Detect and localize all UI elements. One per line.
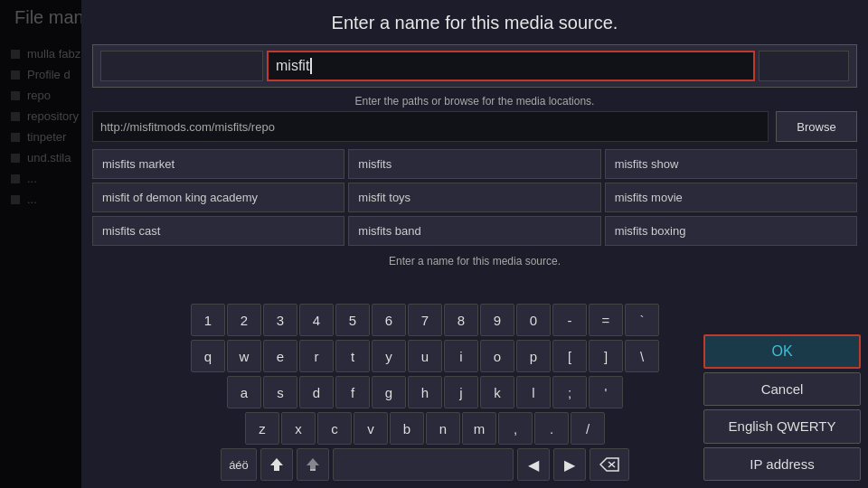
keyboard-bottom-row: áéö ◀ ▶ xyxy=(89,448,761,481)
key-\[interactable]: \ xyxy=(625,340,659,372)
key-=[interactable]: = xyxy=(589,304,623,336)
keyboard-rows: 1234567890-=`qwertyuiop[]\asdfghjkl;'zxc… xyxy=(89,304,761,445)
sub-label: Enter a name for this media source. xyxy=(81,251,868,271)
name-input-area: misfit xyxy=(92,44,857,88)
path-label: Enter the paths or browse for the media … xyxy=(81,88,868,111)
media-source-dialog: Enter a name for this media source. misf… xyxy=(81,0,868,488)
key-q[interactable]: q xyxy=(191,340,225,372)
suggestion-item-4[interactable]: misfit toys xyxy=(348,183,600,212)
suggestion-item-3[interactable]: misfit of demon king academy xyxy=(92,183,344,212)
key-.[interactable]: . xyxy=(534,412,569,445)
suggestion-item-8[interactable]: misfits boxing xyxy=(605,216,857,246)
space-key[interactable] xyxy=(333,448,514,481)
ok-button[interactable]: OK xyxy=(703,334,861,369)
name-input-field[interactable]: misfit xyxy=(267,51,755,81)
key-r[interactable]: r xyxy=(299,340,334,372)
key-;[interactable]: ; xyxy=(552,376,587,408)
key-,[interactable]: , xyxy=(498,412,533,445)
key-/[interactable]: / xyxy=(571,412,605,445)
text-cursor xyxy=(310,58,312,74)
keyboard: 1234567890-=`qwertyuiop[]\asdfghjkl;'zxc… xyxy=(81,300,769,488)
key-u[interactable]: u xyxy=(408,340,442,372)
key-4[interactable]: 4 xyxy=(299,304,334,336)
path-row: http://misfitmods.com/misfits/repo Brows… xyxy=(92,111,857,142)
key-f[interactable]: f xyxy=(335,376,370,408)
suggestion-item-1[interactable]: misfits xyxy=(348,149,600,179)
path-value: http://misfitmods.com/misfits/repo xyxy=(100,120,275,134)
browse-button[interactable]: Browse xyxy=(776,111,857,142)
key-6[interactable]: 6 xyxy=(372,304,406,336)
key-y[interactable]: y xyxy=(372,340,406,372)
key-[[interactable]: [ xyxy=(552,340,587,372)
key-a[interactable]: a xyxy=(227,376,261,408)
key-0[interactable]: 0 xyxy=(516,304,551,336)
key-7[interactable]: 7 xyxy=(408,304,442,336)
name-input-value: misfit xyxy=(276,58,309,74)
ip-address-button[interactable]: IP address xyxy=(703,447,861,482)
keyboard-row-3: zxcvbnm,./ xyxy=(89,412,761,445)
svg-marker-1 xyxy=(600,458,618,471)
key-x[interactable]: x xyxy=(281,412,316,445)
path-input[interactable]: http://misfitmods.com/misfits/repo xyxy=(92,111,769,142)
key-h[interactable]: h xyxy=(408,376,442,408)
right-arrow-key[interactable]: ▶ xyxy=(553,448,586,481)
keyboard-row-0: 1234567890-=` xyxy=(89,304,761,336)
key-t[interactable]: t xyxy=(335,340,370,372)
right-panel: OK Cancel English QWERTY IP address xyxy=(696,334,868,488)
key-d[interactable]: d xyxy=(299,376,334,408)
key-][interactable]: ] xyxy=(589,340,623,372)
key-5[interactable]: 5 xyxy=(335,304,370,336)
backspace-key[interactable] xyxy=(590,448,629,481)
shift-key[interactable] xyxy=(297,448,329,481)
suggestion-item-6[interactable]: misfits cast xyxy=(92,216,344,246)
left-arrow-key[interactable]: ◀ xyxy=(517,448,550,481)
layout-button[interactable]: English QWERTY xyxy=(703,409,861,444)
suggestion-item-2[interactable]: misfits show xyxy=(605,149,857,179)
suggestion-item-7[interactable]: misfits band xyxy=(348,216,600,246)
key-3[interactable]: 3 xyxy=(263,304,297,336)
key-v[interactable]: v xyxy=(354,412,388,445)
key-k[interactable]: k xyxy=(480,376,514,408)
key-j[interactable]: j xyxy=(444,376,478,408)
key-c[interactable]: c xyxy=(317,412,352,445)
cancel-button[interactable]: Cancel xyxy=(703,372,861,407)
key-s[interactable]: s xyxy=(263,376,297,408)
key-z[interactable]: z xyxy=(245,412,279,445)
caps-key[interactable] xyxy=(260,448,293,481)
suggestions-grid: misfits marketmisfitsmisfits showmisfit … xyxy=(92,149,857,246)
key-i[interactable]: i xyxy=(444,340,478,372)
key-9[interactable]: 9 xyxy=(480,304,514,336)
suggestion-item-0[interactable]: misfits market xyxy=(92,149,344,179)
key-2[interactable]: 2 xyxy=(227,304,261,336)
key-'[interactable]: ' xyxy=(589,376,623,408)
key-o[interactable]: o xyxy=(480,340,514,372)
key-n[interactable]: n xyxy=(426,412,460,445)
name-input-right-placeholder xyxy=(759,51,849,81)
suggestion-item-5[interactable]: misfits movie xyxy=(605,183,857,212)
svg-rect-0 xyxy=(310,469,316,471)
dialog-title: Enter a name for this media source. xyxy=(81,0,868,44)
key-p[interactable]: p xyxy=(516,340,551,372)
accent-key[interactable]: áéö xyxy=(221,448,257,481)
keyboard-row-1: qwertyuiop[]\ xyxy=(89,340,761,372)
keyboard-row-2: asdfghjkl;' xyxy=(89,376,761,408)
key--[interactable]: - xyxy=(552,304,587,336)
key-1[interactable]: 1 xyxy=(191,304,225,336)
key-m[interactable]: m xyxy=(462,412,496,445)
key-b[interactable]: b xyxy=(390,412,424,445)
key-e[interactable]: e xyxy=(263,340,297,372)
key-w[interactable]: w xyxy=(227,340,261,372)
key-g[interactable]: g xyxy=(372,376,406,408)
name-input-left-placeholder xyxy=(100,51,263,81)
key-l[interactable]: l xyxy=(516,376,551,408)
key-8[interactable]: 8 xyxy=(444,304,478,336)
key-`[interactable]: ` xyxy=(625,304,659,336)
